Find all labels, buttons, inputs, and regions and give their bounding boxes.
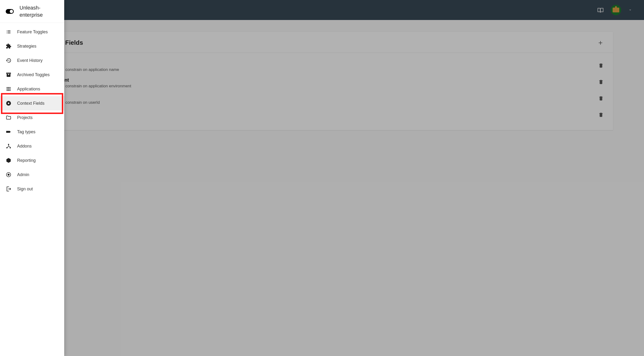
hub-icon [6,143,12,149]
svg-point-1 [8,103,9,104]
nav-list: Feature Toggles Strategies Event History… [0,23,64,196]
sidebar-item-projects[interactable]: Projects [0,110,64,125]
sidebar-item-admin[interactable]: Admin [0,168,64,182]
album-icon [6,100,12,106]
admin-icon [6,172,12,178]
sidebar-item-label: Strategies [17,44,36,49]
sidebar-item-sign-out[interactable]: Sign out [0,182,64,196]
tag-icon [6,129,12,135]
svg-point-4 [10,147,11,149]
history-icon [6,58,12,63]
sidebar-item-label: Tag types [17,129,36,134]
report-icon [6,158,12,163]
svg-point-2 [8,144,9,145]
sidebar-item-context-fields[interactable]: Context Fields [0,96,64,110]
sidebar-item-addons[interactable]: Addons [0,139,64,153]
sidebar-item-label: Applications [17,87,40,92]
signout-icon [6,186,12,192]
sidebar-drawer: Unleash-enterprise Feature Toggles Strat… [0,0,64,356]
sidebar-item-label: Context Fields [17,101,44,106]
sidebar-item-tag-types[interactable]: Tag types [0,125,64,139]
apps-grid-icon [6,86,12,92]
sidebar-item-reporting[interactable]: Reporting [0,153,64,168]
svg-point-6 [8,174,9,175]
sidebar-item-label: Feature Toggles [17,30,48,35]
sidebar-item-strategies[interactable]: Strategies [0,39,64,53]
sidebar-item-label: Event History [17,58,42,63]
sidebar-item-label: Archived Toggles [17,72,50,77]
archive-icon [6,72,12,78]
sidebar-item-label: Projects [17,115,32,120]
sidebar-item-label: Reporting [17,158,36,163]
modal-scrim[interactable] [0,0,644,356]
sidebar-item-label: Addons [17,144,32,149]
folder-icon [6,115,12,120]
sidebar-item-label: Admin [17,172,29,177]
sidebar-item-label: Sign out [17,187,33,192]
sidebar-item-feature-toggles[interactable]: Feature Toggles [0,25,64,39]
logo-toggle-icon [6,9,14,14]
puzzle-icon [6,43,12,49]
app-title: Unleash-enterprise [20,4,59,18]
list-icon [6,29,12,35]
sidebar-item-applications[interactable]: Applications [0,82,64,96]
sidebar-item-archived-toggles[interactable]: Archived Toggles [0,68,64,82]
sidebar-item-event-history[interactable]: Event History [0,53,64,68]
drawer-header[interactable]: Unleash-enterprise [0,0,64,23]
